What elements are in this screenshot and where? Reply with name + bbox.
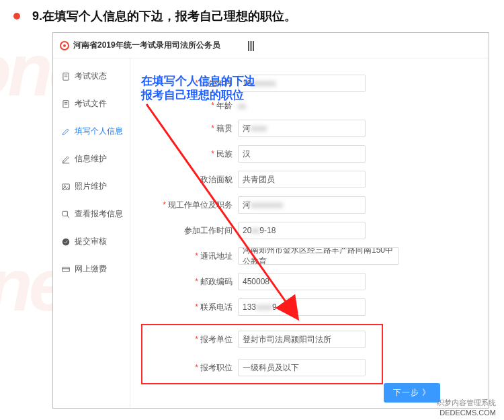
doc-icon	[61, 99, 71, 109]
label-phone: 联系电话	[200, 302, 233, 312]
svg-rect-9	[62, 211, 67, 216]
label-origin: 籍贯	[216, 124, 233, 133]
photo-icon	[61, 182, 71, 192]
sidebar-item-label: 提交审核	[75, 236, 107, 247]
sidebar-item-label: 考试状态	[75, 71, 107, 82]
input-phone[interactable]: 133xxxx9	[238, 298, 366, 316]
label-unit: 报考单位	[200, 335, 233, 344]
row-origin: *籍贯 河xxxx	[137, 120, 482, 137]
sidebar-item-7[interactable]: 网上缴费	[53, 255, 130, 283]
sidebar-item-3[interactable]: 信息维护	[53, 145, 130, 173]
footer-line1: 织梦内容管理系统	[437, 398, 496, 407]
pay-icon	[61, 265, 71, 274]
row-jointime: 参加工作时间 20xx9-18	[137, 222, 482, 239]
row-phone: *联系电话 133xxxx9	[137, 298, 482, 316]
highlight-box: *报考单位 登封市司法局颍阳司法所 *报考职位 一级科员及以下	[141, 324, 383, 384]
sidebar-item-label: 考试文件	[75, 98, 107, 110]
sidebar-item-label: 信息维护	[75, 153, 107, 165]
footer-link[interactable]: DEDECMS.COM	[439, 409, 496, 417]
sidebar-item-4[interactable]: 照片维护	[53, 173, 130, 200]
input-politics[interactable]: 共青团员	[238, 171, 366, 188]
svg-point-11	[62, 238, 70, 245]
callout-text: 在填写个人信息的下边 报考自己理想的职位	[141, 74, 255, 103]
search-icon	[61, 210, 71, 219]
edit2-icon	[61, 155, 71, 164]
sidebar-item-label: 照片维护	[75, 181, 107, 192]
sidebar-item-5[interactable]: 查看报考信息	[53, 200, 130, 228]
sidebar-item-label: 填写个人信息	[75, 126, 123, 137]
input-address[interactable]: 河南郑州市金水区经三路丰产路向南150中公教育	[238, 247, 399, 265]
next-button[interactable]: 下一步 》	[384, 383, 440, 403]
app-header: 河南省2019年统一考试录用司法所公务员 |||	[53, 33, 489, 58]
row-politics: 政治面貌 共青团员	[137, 171, 482, 188]
footer: 织梦内容管理系统 DEDECMS.COM	[437, 398, 496, 417]
label-jointime: 参加工作时间	[184, 226, 233, 235]
sidebar-item-2[interactable]: 填写个人信息	[53, 118, 130, 145]
input-work[interactable]: 河xxxxxxxx	[238, 196, 366, 214]
edit-icon	[61, 127, 71, 136]
sidebar-item-0[interactable]: 考试状态	[53, 62, 130, 90]
svg-rect-12	[62, 267, 70, 271]
header-separator: |||	[247, 40, 254, 52]
sidebar-item-1[interactable]: 考试文件	[53, 90, 130, 118]
check-icon	[61, 237, 71, 247]
row-position: *报考职位 一级科员及以下	[142, 359, 382, 376]
sidebar-item-6[interactable]: 提交审核	[53, 228, 130, 255]
form-area: *出生年月 19xxxxxx *年龄 xx *籍贯 河xxxx *民族 汉 政治…	[130, 58, 489, 408]
input-jointime[interactable]: 20xx9-18	[238, 222, 366, 239]
input-unit[interactable]: 登封市司法局颍阳司法所	[238, 331, 366, 348]
bullet-icon	[13, 13, 20, 19]
label-postcode: 邮政编码	[200, 277, 233, 286]
label-work: 现工作单位及职务	[168, 200, 233, 210]
app-frame: 河南省2019年统一考试录用司法所公务员 ||| 考试状态考试文件填写个人信息信…	[52, 32, 489, 409]
input-nation[interactable]: 汉	[238, 145, 366, 163]
input-position[interactable]: 一级科员及以下	[238, 359, 366, 376]
input-birth[interactable]: 19xxxxxx	[238, 75, 366, 92]
sidebar: 考试状态考试文件填写个人信息信息维护照片维护查看报考信息提交审核网上缴费	[53, 58, 130, 408]
row-unit: *报考单位 登封市司法局颍阳司法所	[142, 331, 382, 348]
input-origin[interactable]: 河xxxx	[238, 120, 366, 137]
app-title: 河南省2019年统一考试录用司法所公务员	[73, 40, 220, 51]
label-position: 报考职位	[200, 363, 233, 372]
doc-icon	[61, 72, 71, 81]
step-title: 9.在填写个人信息的下边，报考自己理想的职位。	[32, 8, 296, 24]
row-postcode: *邮政编码 450008	[137, 273, 482, 290]
logo-icon	[60, 41, 69, 50]
label-address: 通讯地址	[200, 251, 233, 261]
svg-line-10	[67, 215, 70, 218]
row-work: *现工作单位及职务 河xxxxxxxx	[137, 196, 482, 214]
sidebar-item-label: 查看报考信息	[75, 208, 123, 220]
input-postcode[interactable]: 450008	[238, 273, 366, 290]
sidebar-item-label: 网上缴费	[75, 263, 107, 275]
row-address: *通讯地址 河南郑州市金水区经三路丰产路向南150中公教育	[137, 247, 482, 265]
label-nation: 民族	[216, 149, 233, 159]
label-politics: 政治面貌	[200, 175, 233, 184]
step-header: 9.在填写个人信息的下边，报考自己理想的职位。	[13, 8, 497, 24]
row-nation: *民族 汉	[137, 145, 482, 163]
